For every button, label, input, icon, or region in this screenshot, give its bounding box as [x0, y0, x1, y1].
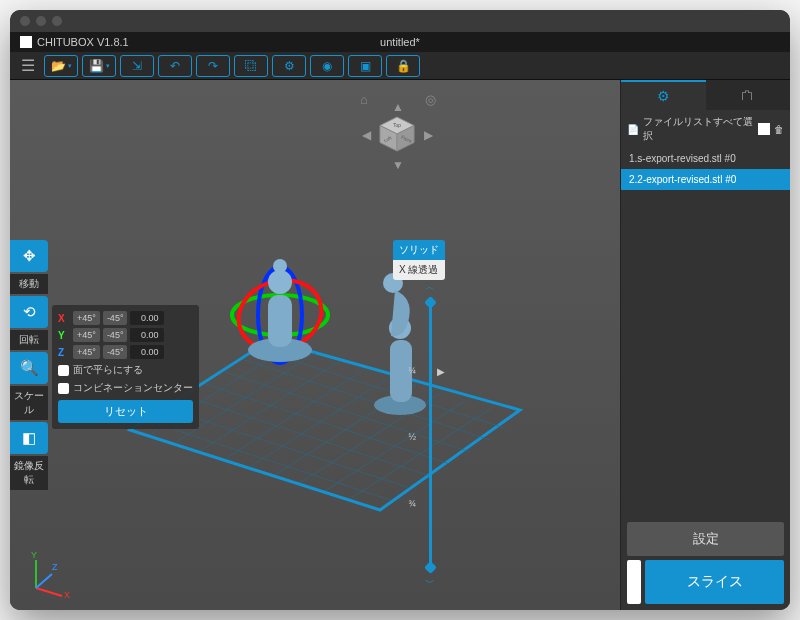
model-selected[interactable]	[230, 259, 331, 363]
rotate-x-minus-button[interactable]: -45°	[103, 311, 128, 325]
file-add-icon[interactable]: 📄	[627, 124, 639, 135]
save-button[interactable]: 💾	[82, 55, 116, 77]
viewport-3d[interactable]: ✥ 移動 ⟲ 回転 🔍 スケール ◧ 鏡像反転 X +45° -45° 0.00…	[10, 80, 620, 610]
orbit-down-icon[interactable]: ▼	[392, 158, 404, 172]
svg-text:Top: Top	[393, 123, 401, 128]
combination-row[interactable]: コンビネーションセンター	[58, 381, 193, 395]
svg-text:X: X	[64, 590, 70, 598]
repair-button[interactable]: ⚙	[272, 55, 306, 77]
tab-supports-icon[interactable]: ⛫	[706, 80, 791, 110]
rotate-panel: X +45° -45° 0.00 Y +45° -45° 0.00 Z +45°…	[52, 305, 199, 429]
file-item-2[interactable]: 2.2-export-revised.stl #0	[621, 169, 790, 190]
tab-settings-icon[interactable]: ⚙	[621, 80, 706, 110]
rotate-tool-button[interactable]: ⟲	[10, 296, 48, 328]
view-cube-widget: ⌂ ◎ ▲ ▼ ◀ ▶ Top Left Front	[350, 90, 440, 180]
mac-titlebar	[10, 10, 790, 32]
hamburger-menu-icon[interactable]: ☰	[16, 55, 40, 77]
support-button[interactable]: ▣	[348, 55, 382, 77]
flatten-row[interactable]: 面で平らにする	[58, 363, 193, 377]
slider-down-icon[interactable]: ﹀	[425, 576, 435, 590]
svg-rect-21	[268, 295, 292, 347]
hollow-button[interactable]: ◉	[310, 55, 344, 77]
rotate-x-value[interactable]: 0.00	[130, 311, 164, 325]
redo-button[interactable]: ↷	[196, 55, 230, 77]
svg-point-23	[273, 259, 287, 273]
document-title: untitled*	[380, 36, 420, 48]
copy-button[interactable]: ⿻	[234, 55, 268, 77]
screenshot-button[interactable]: 🔒	[386, 55, 420, 77]
app-logo-icon	[20, 36, 32, 48]
axis-y-label: Y	[58, 330, 70, 341]
rotate-z-value[interactable]: 0.00	[130, 345, 164, 359]
tick-1: ¼	[409, 366, 417, 376]
axis-z-label: Z	[58, 347, 70, 358]
rotate-y-value[interactable]: 0.00	[130, 328, 164, 342]
mirror-label: 鏡像反転	[10, 456, 48, 490]
file-header-label: ファイルリストすべて選択	[643, 115, 754, 143]
settings-button[interactable]: 設定	[627, 522, 784, 556]
rotate-label: 回転	[10, 330, 48, 350]
toolbar: ☰ 📂 💾 ⇲ ↶ ↷ ⿻ ⚙ ◉ ▣ 🔒	[10, 52, 790, 80]
tick-2: ½	[409, 432, 417, 442]
orbit-up-icon[interactable]: ▲	[392, 100, 404, 114]
rotate-y-row: Y +45° -45° 0.00	[58, 328, 193, 342]
axis-x-label: X	[58, 313, 70, 324]
slice-button[interactable]: スライス	[645, 560, 784, 604]
import-button[interactable]: ⇲	[120, 55, 154, 77]
mirror-tool-button[interactable]: ◧	[10, 422, 48, 454]
rotate-y-minus-button[interactable]: -45°	[103, 328, 128, 342]
axis-gizmo-icon: Y X Z	[22, 548, 72, 598]
combination-checkbox[interactable]	[58, 383, 69, 394]
rotate-x-row: X +45° -45° 0.00	[58, 311, 193, 325]
move-label: 移動	[10, 274, 48, 294]
slider-up-icon[interactable]: ︿	[425, 280, 435, 294]
slice-preview-icon[interactable]	[627, 560, 641, 604]
slice-row: スライス	[627, 560, 784, 604]
close-icon[interactable]	[20, 16, 30, 26]
orbit-left-icon[interactable]: ◀	[362, 128, 371, 142]
svg-text:Z: Z	[52, 562, 58, 572]
minimize-icon[interactable]	[36, 16, 46, 26]
orbit-right-icon[interactable]: ▶	[424, 128, 433, 142]
render-solid-button[interactable]: ソリッド	[393, 240, 445, 260]
view-cube-icon[interactable]: Top Left Front	[378, 116, 416, 152]
svg-line-4	[225, 369, 365, 459]
slider-play-icon[interactable]: ▶	[437, 366, 445, 377]
rotate-x-plus-button[interactable]: +45°	[73, 311, 100, 325]
rotate-z-minus-button[interactable]: -45°	[103, 345, 128, 359]
main-area: ✥ 移動 ⟲ 回転 🔍 スケール ◧ 鏡像反転 X +45° -45° 0.00…	[10, 80, 790, 610]
svg-line-15	[245, 360, 490, 440]
svg-line-3	[200, 361, 340, 451]
scale-label: スケール	[10, 386, 48, 420]
transform-tools: ✥ 移動 ⟲ 回転 🔍 スケール ◧ 鏡像反転	[10, 240, 48, 490]
render-mode-toggle: ソリッド X 線透過	[393, 240, 445, 280]
svg-text:Y: Y	[31, 550, 37, 560]
rotate-z-row: Z +45° -45° 0.00	[58, 345, 193, 359]
home-view-icon[interactable]: ⌂	[360, 92, 368, 107]
reset-button[interactable]: リセット	[58, 400, 193, 423]
flatten-checkbox[interactable]	[58, 365, 69, 376]
layer-slider[interactable]: ︿ ¼ ▶ ½ ¾ ﹀	[415, 280, 445, 590]
move-tool-button[interactable]: ✥	[10, 240, 48, 272]
right-tabs: ⚙ ⛫	[621, 80, 790, 110]
zoom-icon[interactable]	[52, 16, 62, 26]
rotate-y-plus-button[interactable]: +45°	[73, 328, 100, 342]
svg-point-22	[268, 270, 292, 294]
rotate-z-plus-button[interactable]: +45°	[73, 345, 100, 359]
scale-tool-button[interactable]: 🔍	[10, 352, 48, 384]
right-panel: ⚙ ⛫ 📄 ファイルリストすべて選択 🗑 1.s-export-revised.…	[620, 80, 790, 610]
file-list-header: 📄 ファイルリストすべて選択 🗑	[621, 110, 790, 148]
svg-line-11	[165, 408, 410, 488]
select-all-checkbox[interactable]	[758, 123, 770, 135]
open-button[interactable]: 📂	[44, 55, 78, 77]
flatten-label: 面で平らにする	[73, 363, 143, 377]
file-item-1[interactable]: 1.s-export-revised.stl #0	[621, 148, 790, 169]
slider-track[interactable]: ¼ ▶ ½ ¾	[429, 302, 432, 568]
render-xray-button[interactable]: X 線透過	[393, 260, 445, 280]
svg-line-36	[36, 588, 62, 596]
delete-icon[interactable]: 🗑	[774, 124, 784, 135]
tick-3: ¾	[409, 499, 417, 509]
undo-button[interactable]: ↶	[158, 55, 192, 77]
app-name: CHITUBOX V1.8.1	[37, 36, 129, 48]
perspective-icon[interactable]: ◎	[425, 92, 436, 107]
